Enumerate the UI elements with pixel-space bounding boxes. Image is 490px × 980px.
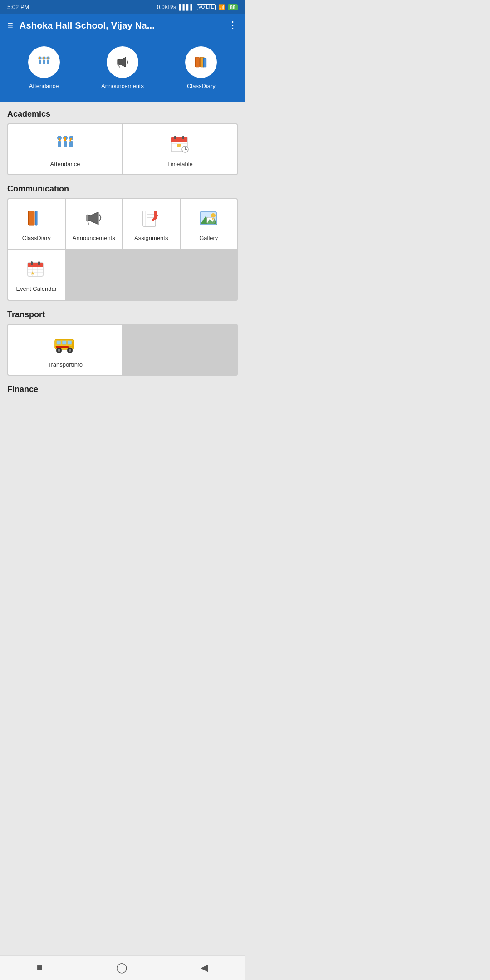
svg-rect-82 xyxy=(56,346,69,348)
network-speed: 0.0KB/s xyxy=(157,4,176,10)
quick-actions-bar: Attendance Announcements xyxy=(0,37,245,102)
svg-rect-29 xyxy=(171,140,187,142)
academics-attendance-item[interactable]: Attendance xyxy=(8,124,122,174)
svg-rect-4 xyxy=(43,60,45,64)
svg-rect-23 xyxy=(69,141,73,147)
comm-assignments-item[interactable]: Assignments xyxy=(123,199,180,249)
quick-classdiary-icon-circle xyxy=(185,46,217,78)
svg-rect-17 xyxy=(203,58,204,67)
signal-icon: ▌▌▌▌ xyxy=(179,4,194,10)
svg-point-80 xyxy=(69,349,71,352)
status-bar: 5:02 PM 0.0KB/s ▌▌▌▌ VO LTE 📶 88 xyxy=(0,0,245,14)
svg-rect-34 xyxy=(174,136,176,139)
attendance-quick-icon xyxy=(36,54,52,70)
svg-rect-74 xyxy=(62,341,66,344)
lte-icon: VO LTE xyxy=(197,4,216,10)
app-title: Ashoka Hall School, Vijay Na... xyxy=(20,20,221,31)
academics-section: Academics Attendance xyxy=(7,109,238,175)
svg-rect-3 xyxy=(39,60,41,64)
comm-classdiary-item[interactable]: ClassDiary xyxy=(8,199,65,249)
svg-line-11 xyxy=(118,64,120,67)
transport-info-icon xyxy=(53,334,78,357)
svg-rect-5 xyxy=(47,60,49,64)
svg-rect-35 xyxy=(182,136,184,139)
transport-section: Transport xyxy=(7,310,238,376)
communication-grid: ClassDiary Announcements xyxy=(7,198,238,301)
quick-announcements-icon-circle xyxy=(107,46,138,78)
svg-rect-41 xyxy=(28,211,29,225)
comm-announcements-item[interactable]: Announcements xyxy=(66,199,122,249)
transport-title: Transport xyxy=(7,310,238,319)
comm-announcements-icon xyxy=(84,209,104,230)
quick-action-classdiary[interactable]: ClassDiary xyxy=(185,46,217,89)
academics-timetable-item[interactable]: Timetable xyxy=(123,124,237,174)
comm-eventcalendar-icon: ★ xyxy=(26,260,46,281)
svg-rect-44 xyxy=(86,215,88,221)
svg-rect-36 xyxy=(177,144,181,147)
comm-eventcalendar-item[interactable]: ★ Event Calendar xyxy=(8,250,65,300)
svg-rect-52 xyxy=(154,211,157,217)
svg-rect-7 xyxy=(43,57,44,59)
quick-attendance-label: Attendance xyxy=(29,83,59,89)
academics-attendance-icon xyxy=(54,133,77,156)
comm-announcements-label: Announcements xyxy=(73,235,115,241)
academics-timetable-label: Timetable xyxy=(167,161,193,167)
quick-action-announcements[interactable]: Announcements xyxy=(101,46,144,89)
svg-point-78 xyxy=(58,349,60,352)
svg-rect-76 xyxy=(72,341,74,348)
svg-rect-13 xyxy=(196,57,196,67)
svg-rect-69 xyxy=(31,261,33,265)
comm-classdiary-icon xyxy=(26,209,46,230)
classdiary-quick-icon xyxy=(193,54,209,70)
transport-info-label: TransportInfo xyxy=(48,361,83,368)
comm-gallery-item[interactable]: Gallery xyxy=(181,199,237,249)
status-icons: 0.0KB/s ▌▌▌▌ VO LTE 📶 88 xyxy=(157,4,238,10)
academics-title: Academics xyxy=(7,109,238,119)
battery-indicator: 88 xyxy=(228,4,238,10)
transport-info-item[interactable]: TransportInfo xyxy=(8,325,122,375)
svg-point-61 xyxy=(212,218,214,220)
finance-title: Finance xyxy=(7,385,238,417)
main-content: Academics Attendance xyxy=(0,102,245,426)
comm-classdiary-label: ClassDiary xyxy=(22,235,51,241)
transport-grid: TransportInfo xyxy=(7,324,238,376)
communication-section: Communication ClassDiary xyxy=(7,184,238,301)
svg-rect-64 xyxy=(28,265,43,267)
svg-rect-22 xyxy=(64,141,67,147)
academics-grid: Attendance xyxy=(7,123,238,175)
svg-text:★: ★ xyxy=(30,270,35,276)
svg-rect-42 xyxy=(35,211,37,225)
announcements-quick-icon xyxy=(114,54,131,70)
app-bar: ≡ Ashoka Hall School, Vijay Na... ⋮ xyxy=(0,14,245,37)
academics-attendance-label: Attendance xyxy=(50,161,80,167)
svg-rect-73 xyxy=(57,341,61,344)
wifi-icon: 📶 xyxy=(218,4,225,10)
quick-attendance-icon-circle xyxy=(28,46,60,78)
svg-rect-75 xyxy=(68,341,72,344)
svg-rect-10 xyxy=(117,60,118,65)
svg-rect-25 xyxy=(64,137,66,141)
svg-rect-70 xyxy=(38,261,40,265)
comm-gallery-icon xyxy=(199,209,219,230)
comm-gallery-label: Gallery xyxy=(199,235,218,241)
academics-timetable-icon xyxy=(169,133,191,156)
more-options-icon[interactable]: ⋮ xyxy=(228,20,238,31)
hamburger-menu-icon[interactable]: ≡ xyxy=(7,20,13,31)
svg-line-45 xyxy=(88,221,89,225)
quick-classdiary-label: ClassDiary xyxy=(187,83,216,89)
communication-title: Communication xyxy=(7,184,238,194)
svg-rect-15 xyxy=(201,57,201,67)
quick-announcements-label: Announcements xyxy=(101,83,144,89)
svg-rect-21 xyxy=(58,141,61,147)
comm-assignments-label: Assignments xyxy=(134,235,168,241)
comm-eventcalendar-label: Event Calendar xyxy=(16,285,57,292)
time: 5:02 PM xyxy=(7,4,29,10)
comm-assignments-icon xyxy=(141,209,161,230)
quick-action-attendance[interactable]: Attendance xyxy=(28,46,60,89)
